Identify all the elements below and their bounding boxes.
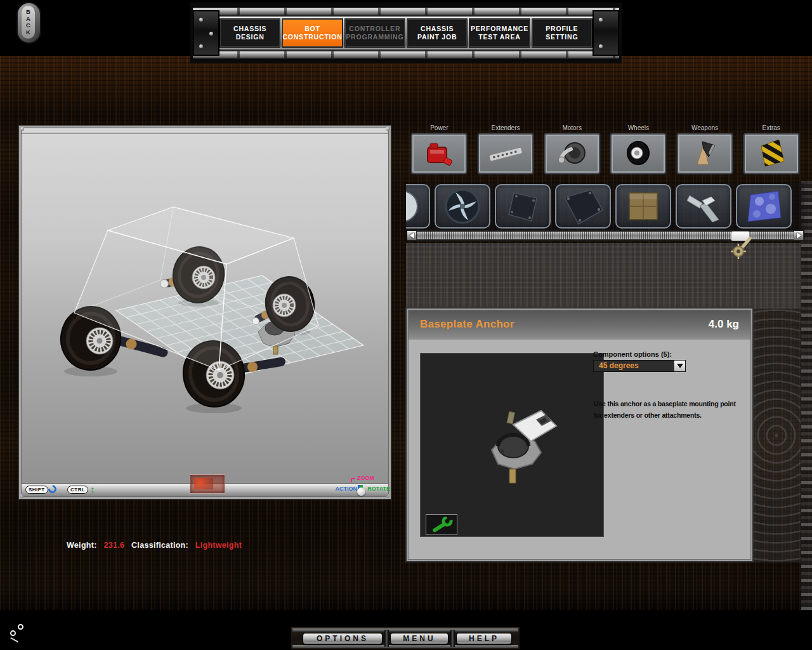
tab-label: SETTING [546,33,578,41]
tab-label: CONTROLLER [349,25,400,33]
tire-icon [622,138,655,169]
classification-value: Lightweight [195,541,242,550]
action-label: ACTION- [336,486,360,492]
category-label: Extras [763,124,780,131]
tab-profile-setting[interactable]: PROFILE SETTING [532,18,593,48]
footer-strut [384,630,389,647]
category-power-box[interactable] [411,133,467,174]
component-scrollbar [406,230,804,241]
chevron-down-icon [677,364,683,368]
blue-cloth-part-icon [743,187,785,225]
tab-bot-construction[interactable]: BOT CONSTRUCTION [282,18,343,48]
category-label: Power [430,124,448,131]
part-small-plate[interactable] [495,184,551,229]
classification-label: Classification: [131,541,188,550]
scrollbar-track[interactable] [417,230,794,241]
wrench-icon [429,517,454,533]
viewport-control-strip: SHIFT CTRL ↕ ZOOM ACTION- ROTATE [22,483,388,496]
category-motors[interactable]: Motors [539,124,605,178]
scroll-left-arrow[interactable] [407,230,417,241]
footer-strut [450,630,455,647]
part-disc[interactable] [406,184,430,229]
bot-3d-viewport[interactable]: SHIFT CTRL ↕ ZOOM ACTION- ROTATE [19,126,391,499]
red-part-ghost-thumbnail [190,474,225,494]
hazard-cloth-icon [754,137,789,170]
help-button[interactable]: HELP [456,633,512,644]
back-button-face: BACK [22,6,35,39]
zoom-label: ZOOM [357,475,374,481]
category-weapons-box[interactable] [677,133,733,174]
nav-rail-bottom [193,50,619,59]
zoom-bracket [351,478,355,482]
footer-bar: OPTIONS MENU HELP [291,627,520,650]
dropdown-arrow-button[interactable] [674,361,685,371]
back-button[interactable]: BACK [16,2,41,44]
weight-value: 231.6 [103,541,124,550]
detail-panel-header: Baseplate Anchor 4.0 kg [409,310,750,340]
tab-controller-programming: CONTROLLER PROGRAMMING [344,18,405,48]
corner-ring-decor [18,624,23,630]
category-label: Extenders [491,124,520,131]
options-button[interactable]: OPTIONS [303,633,383,644]
category-extenders-box[interactable] [478,133,534,174]
category-power[interactable]: Power [406,124,473,178]
part-blue-cloth[interactable] [736,184,792,229]
component-detail-panel: Baseplate Anchor 4.0 kg Component option… [407,308,752,561]
scrollbar-thumb[interactable] [731,231,750,241]
tab-performance-test-area[interactable]: PERFORMANCE TEST AREA [469,18,530,48]
part-large-plate[interactable] [555,184,611,229]
tab-label: CONSTRUCTION [282,33,342,41]
disc-part-icon [406,189,421,224]
dropdown-selected-value: 45 degrees [599,361,639,370]
nav-rail-top [193,7,619,16]
battery-icon [421,138,457,169]
large-plate-part-icon [558,186,608,227]
rotate-label: ROTATE [367,486,390,492]
category-weapons[interactable]: Weapons [672,124,738,178]
component-thumbnail-row [406,183,804,230]
category-extras-box[interactable] [743,133,799,174]
bracket-part-icon [681,187,726,226]
tab-chassis-design[interactable]: CHASSIS DESIGN [219,18,280,48]
nav-tabs: CHASSIS DESIGN BOT CONSTRUCTION CONTROLL… [219,18,593,48]
component-options-dropdown[interactable]: 45 degrees [593,360,686,372]
category-wheels[interactable]: Wheels [605,124,672,178]
part-bracket[interactable] [676,184,731,229]
category-extenders[interactable]: Extenders [473,124,539,178]
bot-3d-scene[interactable] [22,134,388,482]
tab-label: DESIGN [236,33,265,41]
anchor-preview-render [421,354,603,536]
scroll-right-arrow[interactable] [794,230,804,241]
right-edge-strip [801,181,812,610]
axe-icon [688,138,721,169]
right-triangle-icon [797,232,801,239]
nav-endcap-left [193,10,219,56]
category-extras[interactable]: Extras [738,124,804,178]
category-wheels-box[interactable] [610,133,666,174]
tab-label: CHASSIS [233,25,266,33]
left-triangle-icon [410,232,414,239]
configure-tool-button[interactable] [426,514,457,535]
action-slider-knob[interactable] [357,488,365,496]
weight-label: Weight: [67,541,97,550]
corner-slash-decor [10,637,18,642]
extender-bar-icon [485,138,526,169]
component-title: Baseplate Anchor [420,318,514,331]
back-button-label: BACK [25,9,31,36]
category-motors-box[interactable] [544,133,600,174]
gray-dots-patch [752,308,801,562]
part-fan[interactable] [435,184,490,229]
menu-button[interactable]: MENU [390,633,449,644]
footer-rail-top [292,628,518,632]
tab-label: BOT [304,25,320,33]
tab-label: CHASSIS [421,25,454,33]
nav-endcap-right [593,10,619,56]
fan-part-icon [443,187,482,225]
tab-label: PAINT JOB [417,33,457,41]
gray-circuit-patch [406,243,801,308]
part-crate[interactable] [615,184,671,229]
crate-part-icon [624,188,662,225]
tab-chassis-paint-job[interactable]: CHASSIS PAINT JOB [407,18,468,48]
category-label: Weapons [691,124,718,131]
shift-key-label: SHIFT [25,486,48,494]
